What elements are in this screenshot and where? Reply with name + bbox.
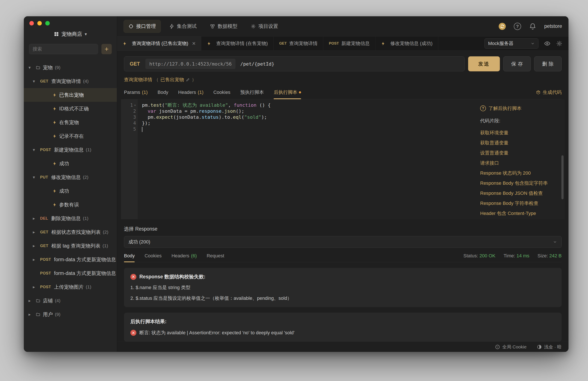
snippet-link[interactable]: Header 包含 Content-Type	[480, 210, 557, 217]
nav-item-project-settings[interactable]: 项目设置	[246, 20, 283, 33]
url-input[interactable]: GET http://127.0.0.1:4523/mock/56 /pet/{…	[124, 56, 465, 71]
tree-api-row[interactable]: ▸DEL删除宠物信息(1)	[24, 212, 117, 225]
response-tab[interactable]: Headers(6)	[171, 249, 197, 262]
snippet-link[interactable]: Response Body JSON 值检查	[480, 190, 557, 197]
edit-pencil-icon[interactable]	[186, 78, 190, 82]
method-label: DEL	[40, 216, 48, 221]
tree-case-row[interactable]: 成功	[24, 157, 117, 170]
bell-icon[interactable]	[529, 22, 537, 30]
scrollbar-thumb[interactable]	[561, 155, 564, 199]
project-selector[interactable]: 宠物商店 ▾	[24, 31, 117, 38]
gear-icon[interactable]	[556, 40, 563, 47]
theme-toggle-button[interactable]: 浅金 · 暗	[537, 344, 562, 350]
tree-case-row[interactable]: 成功	[24, 184, 117, 198]
request-tab[interactable]: Params(1)	[124, 86, 148, 99]
chevron-down-icon[interactable]: ▾	[28, 65, 36, 70]
stat-value: 200 OK	[480, 253, 496, 259]
mock-server-select[interactable]: Mock服务器	[484, 38, 538, 49]
breadcrumb-api-name[interactable]: 查询宠物详情	[124, 77, 152, 83]
tree-api-row[interactable]: ▸GET根据状态查找宠物列表(2)	[24, 225, 117, 239]
tree-folder-row[interactable]: ▸店铺(4)	[24, 294, 117, 307]
fold-icon[interactable]: ▾	[134, 102, 136, 108]
doc-tab[interactable]: POST新建宠物信息	[323, 37, 376, 51]
eye-icon[interactable]	[544, 40, 550, 47]
close-button[interactable]	[29, 21, 34, 25]
chevron-right-icon[interactable]: ▸	[33, 229, 40, 235]
help-link[interactable]: ? 了解后执行脚本	[480, 105, 557, 112]
nav-item-api[interactable]: 接口管理	[124, 20, 161, 33]
doc-tab[interactable]: 修改宠物信息 (成功)	[376, 37, 438, 51]
chevron-down-icon[interactable]: ▾	[33, 147, 40, 152]
save-button[interactable]: 保存	[503, 56, 531, 71]
workspace-name[interactable]: petstore	[544, 23, 562, 29]
tree-case-row[interactable]: ID格式不正确	[24, 102, 117, 116]
chevron-right-icon[interactable]: ▸	[28, 312, 36, 317]
search-input[interactable]	[29, 44, 98, 54]
help-icon[interactable]: ?	[514, 23, 521, 30]
tree-api-row[interactable]: ▾POST新建宠物信息(1)	[24, 143, 117, 157]
url-path[interactable]: /pet/{petId}	[240, 61, 274, 67]
request-tab[interactable]: 后执行脚本	[274, 86, 301, 99]
global-cookie-button[interactable]: 全局 Cookie	[495, 344, 526, 350]
line-number: 4	[121, 120, 138, 126]
tree-folder-row[interactable]: ▾宠物(9)	[24, 61, 117, 74]
tree-api-row[interactable]: ▸POST上传宠物图片(1)	[24, 280, 117, 294]
tree-case-row[interactable]: 在售宠物	[24, 116, 117, 129]
sync-icon[interactable]	[498, 22, 506, 30]
chevron-right-icon[interactable]: ▸	[28, 298, 36, 303]
tree-count: (2)	[83, 175, 88, 180]
theme-label: 浅金 · 暗	[544, 344, 562, 350]
chevron-right-icon[interactable]: ▸	[33, 243, 40, 248]
request-tab[interactable]: Body	[158, 86, 168, 99]
response-tab[interactable]: Request	[207, 249, 224, 262]
tree-case-row[interactable]: 记录不存在	[24, 129, 117, 143]
doc-tab[interactable]: 查询宠物详情 (在售宠物)	[201, 37, 274, 51]
breadcrumb-case-name[interactable]: 已售出宠物	[160, 77, 184, 83]
chevron-right-icon[interactable]: ▸	[33, 216, 40, 221]
snippet-link[interactable]: Response Body 字符串检查	[480, 200, 557, 207]
add-button[interactable]: +	[102, 44, 112, 54]
chevron-right-icon[interactable]: ▸	[33, 257, 40, 262]
tree-case-row[interactable]: 参数有误	[24, 198, 117, 212]
snippet-link[interactable]: 获取环境变量	[480, 129, 557, 136]
tree-api-row[interactable]: POSTform-data 方式更新宠物信息	[24, 266, 117, 280]
nav-item-test[interactable]: 集合测试	[164, 20, 202, 33]
delete-button[interactable]: 删除	[534, 56, 562, 71]
chevron-right-icon[interactable]: ▸	[33, 284, 40, 289]
tree-api-row[interactable]: ▸GET根据 tag 查询宠物列表(1)	[24, 239, 117, 253]
response-tab[interactable]: Body	[124, 249, 135, 262]
stat-label: Size:	[537, 253, 549, 259]
request-tab[interactable]: Cookies	[213, 86, 230, 99]
snippet-link[interactable]: 获取普通变量	[480, 139, 557, 146]
tree-folder-row[interactable]: ▸用户(9)	[24, 307, 117, 321]
tree-api-row[interactable]: ▾GET查询宠物详情(4)	[24, 74, 117, 88]
snippet-link[interactable]: Response 状态码为 200	[480, 169, 557, 177]
tree-api-row[interactable]: ▾PUT修改宠物信息(2)	[24, 170, 117, 184]
response-tab[interactable]: Cookies	[145, 249, 162, 262]
generate-code-button[interactable]: 生成代码	[536, 89, 562, 96]
base-url-chip[interactable]: http://127.0.0.1:4523/mock/56	[145, 59, 235, 69]
close-icon[interactable]: ×	[192, 40, 196, 46]
response-select[interactable]: 成功 (200)	[124, 236, 562, 248]
send-button[interactable]: 发送	[468, 56, 500, 71]
tree-api-row[interactable]: ▸POSTform-data 方式更新宠物信息	[24, 253, 117, 266]
doc-tab[interactable]: 查询宠物详情 (已售出宠物)×	[117, 37, 201, 51]
request-method[interactable]: GET	[124, 61, 145, 67]
snippet-link[interactable]: 设置普通变量	[480, 149, 557, 157]
zoom-button[interactable]	[45, 21, 50, 25]
response-tabs-row: BodyCookiesHeaders(6)Request Status: 200…	[124, 249, 562, 262]
snippet-link[interactable]: Response Body 包含指定字符串	[480, 180, 557, 187]
script-result-title: 后执行脚本结果:	[130, 318, 167, 325]
nav-item-model[interactable]: 数据模型	[205, 20, 242, 33]
request-tab[interactable]: Headers(1)	[178, 86, 204, 99]
tree-label: 成功	[59, 188, 69, 194]
chevron-down-icon[interactable]: ▾	[33, 79, 40, 84]
minimize-button[interactable]	[37, 21, 42, 25]
chevron-down-icon[interactable]: ▾	[33, 175, 40, 180]
editor-gutter: 1▾2345	[121, 99, 138, 219]
request-tab[interactable]: 预执行脚本	[240, 86, 264, 99]
tree-case-row[interactable]: 已售出宠物	[24, 88, 117, 102]
snippet-link[interactable]: 请求接口	[480, 160, 557, 166]
doc-tab[interactable]: GET查询宠物详情	[274, 37, 323, 51]
script-editor[interactable]: 1▾2345 pm.test("断言: 状态为 available", func…	[121, 99, 565, 219]
